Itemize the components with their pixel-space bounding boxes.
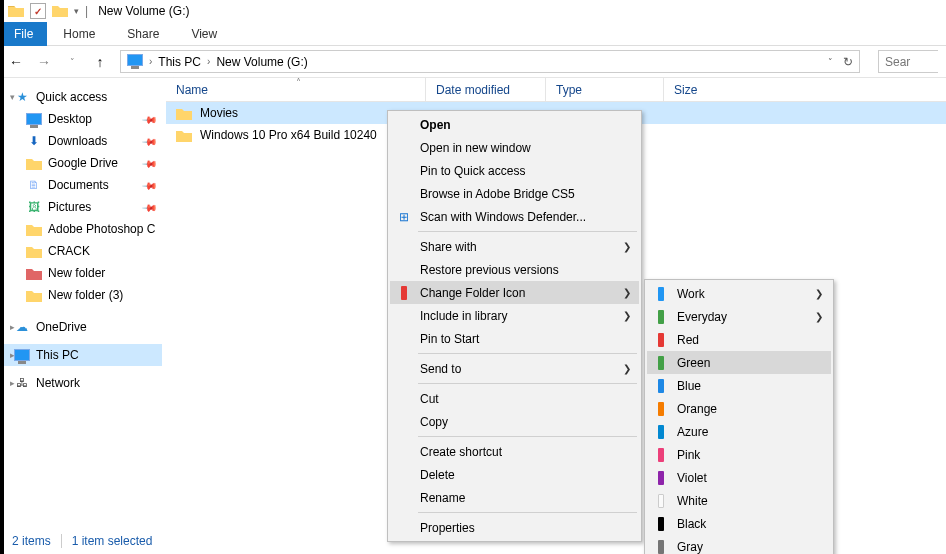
ctx-open-new-window[interactable]: Open in new window — [390, 136, 639, 159]
sidebar-item-label: Desktop — [48, 112, 92, 126]
folder-icon — [26, 289, 42, 302]
color-item-violet[interactable]: Violet — [647, 466, 831, 489]
color-swatch-icon — [653, 332, 669, 348]
color-item-azure[interactable]: Azure — [647, 420, 831, 443]
color-swatch-icon — [653, 424, 669, 440]
ctx-pin-start[interactable]: Pin to Start — [390, 327, 639, 350]
color-label: Green — [677, 356, 710, 370]
color-item-orange[interactable]: Orange — [647, 397, 831, 420]
chevron-right-icon: ❯ — [815, 311, 823, 322]
breadcrumb[interactable]: › This PC › New Volume (G:) ˅ ↻ — [120, 50, 860, 73]
nav-back-icon[interactable]: ← — [8, 54, 24, 70]
sidebar-thispc[interactable]: ▸ This PC — [4, 344, 162, 366]
color-item-black[interactable]: Black — [647, 512, 831, 535]
desktop-icon — [26, 113, 42, 125]
downloads-icon: ⬇ — [26, 134, 42, 148]
sidebar-item-label: Downloads — [48, 134, 107, 148]
color-item-green[interactable]: Green — [647, 351, 831, 374]
sidebar-item-newfolder3[interactable]: New folder (3) — [4, 284, 162, 306]
file-name: Movies — [200, 106, 238, 120]
addr-dropdown-icon[interactable]: ˅ — [828, 57, 833, 67]
ctx-delete[interactable]: Delete — [390, 463, 639, 486]
sidebar-item-googledrive[interactable]: Google Drive 📌 — [4, 152, 162, 174]
sidebar-item-pictures[interactable]: 🖼 Pictures 📌 — [4, 196, 162, 218]
tab-file[interactable]: File — [0, 22, 47, 46]
folder-icon — [176, 128, 192, 142]
chevron-right-icon[interactable]: › — [149, 56, 152, 67]
sidebar-item-documents[interactable]: 🗎 Documents 📌 — [4, 174, 162, 196]
column-date[interactable]: Date modified — [426, 78, 546, 101]
color-item-work[interactable]: Work❯ — [647, 282, 831, 305]
qat-dropdown-icon[interactable]: ▾ — [74, 6, 79, 16]
sidebar-onedrive[interactable]: ▸ ☁ OneDrive — [4, 316, 162, 338]
sidebar-item-downloads[interactable]: ⬇ Downloads 📌 — [4, 130, 162, 152]
ctx-send-to[interactable]: Send to❯ — [390, 357, 639, 380]
column-size[interactable]: Size — [664, 78, 744, 101]
column-name[interactable]: Name — [166, 78, 426, 101]
sidebar-item-newfolder[interactable]: New folder — [4, 262, 162, 284]
color-item-blue[interactable]: Blue — [647, 374, 831, 397]
ctx-share-with[interactable]: Share with❯ — [390, 235, 639, 258]
crumb-volume[interactable]: New Volume (G:) — [216, 55, 307, 69]
ctx-cut[interactable]: Cut — [390, 387, 639, 410]
sidebar-item-photoshop[interactable]: Adobe Photoshop C — [4, 218, 162, 240]
ctx-browse-bridge[interactable]: Browse in Adobe Bridge CS5 — [390, 182, 639, 205]
chevron-right-icon[interactable]: › — [207, 56, 210, 67]
ctx-restore[interactable]: Restore previous versions — [390, 258, 639, 281]
chevron-down-icon[interactable]: ▾ — [10, 92, 15, 102]
titlebar: ✓ ▾ | New Volume (G:) — [0, 0, 946, 22]
ctx-defender[interactable]: ⊞ Scan with Windows Defender... — [390, 205, 639, 228]
sidebar-quick-access[interactable]: ▾ ★ Quick access — [4, 86, 162, 108]
ctx-create-shortcut[interactable]: Create shortcut — [390, 440, 639, 463]
qat-check-icon[interactable]: ✓ — [30, 3, 46, 19]
refresh-icon[interactable]: ↻ — [843, 55, 853, 69]
ctx-pin-quick[interactable]: Pin to Quick access — [390, 159, 639, 182]
tab-home[interactable]: Home — [47, 22, 111, 46]
ctx-rename[interactable]: Rename — [390, 486, 639, 509]
nav-recent-icon[interactable]: ˅ — [64, 57, 80, 67]
color-swatch-icon — [653, 355, 669, 371]
color-swatch-icon — [653, 401, 669, 417]
sidebar-item-label: New folder — [48, 266, 105, 280]
nav-forward-icon: → — [36, 54, 52, 70]
sidebar-item-desktop[interactable]: Desktop 📌 — [4, 108, 162, 130]
color-label: Work — [677, 287, 705, 301]
chevron-right-icon[interactable]: ▸ — [10, 378, 15, 388]
sidebar-network[interactable]: ▸ 🖧 Network — [4, 372, 162, 394]
color-item-gray[interactable]: Gray — [647, 535, 831, 554]
nav-up-icon[interactable]: ↑ — [92, 54, 108, 70]
cloud-icon: ☁ — [14, 320, 30, 334]
ctx-copy[interactable]: Copy — [390, 410, 639, 433]
ctx-include-library[interactable]: Include in library❯ — [390, 304, 639, 327]
documents-icon: 🗎 — [26, 178, 42, 192]
pc-icon — [127, 54, 143, 69]
column-type[interactable]: Type — [546, 78, 664, 101]
ctx-label: Send to — [420, 362, 461, 376]
color-item-red[interactable]: Red — [647, 328, 831, 351]
chevron-right-icon: ❯ — [623, 241, 631, 252]
chevron-right-icon: ❯ — [623, 310, 631, 321]
chevron-right-icon: ❯ — [623, 363, 631, 374]
ctx-label: Scan with Windows Defender... — [420, 210, 586, 224]
sidebar-item-label: New folder (3) — [48, 288, 123, 302]
ctx-open[interactable]: Open — [390, 113, 639, 136]
crumb-thispc[interactable]: This PC — [158, 55, 201, 69]
pin-icon: 📌 — [142, 199, 158, 215]
ctx-change-folder-icon[interactable]: Change Folder Icon ❯ — [390, 281, 639, 304]
color-item-white[interactable]: White — [647, 489, 831, 512]
tab-share[interactable]: Share — [111, 22, 175, 46]
ctx-properties[interactable]: Properties — [390, 516, 639, 539]
color-item-pink[interactable]: Pink — [647, 443, 831, 466]
color-label: Black — [677, 517, 706, 531]
search-input[interactable]: Sear — [878, 50, 938, 73]
ctx-separator — [418, 383, 637, 384]
color-label: Red — [677, 333, 699, 347]
sidebar-item-crack[interactable]: CRACK — [4, 240, 162, 262]
folder-icon — [26, 245, 42, 258]
pin-icon: 📌 — [142, 133, 158, 149]
ctx-label: Share with — [420, 240, 477, 254]
chevron-right-icon[interactable]: ▸ — [10, 322, 15, 332]
sidebar-item-label: CRACK — [48, 244, 90, 258]
color-item-everyday[interactable]: Everyday❯ — [647, 305, 831, 328]
tab-view[interactable]: View — [175, 22, 233, 46]
